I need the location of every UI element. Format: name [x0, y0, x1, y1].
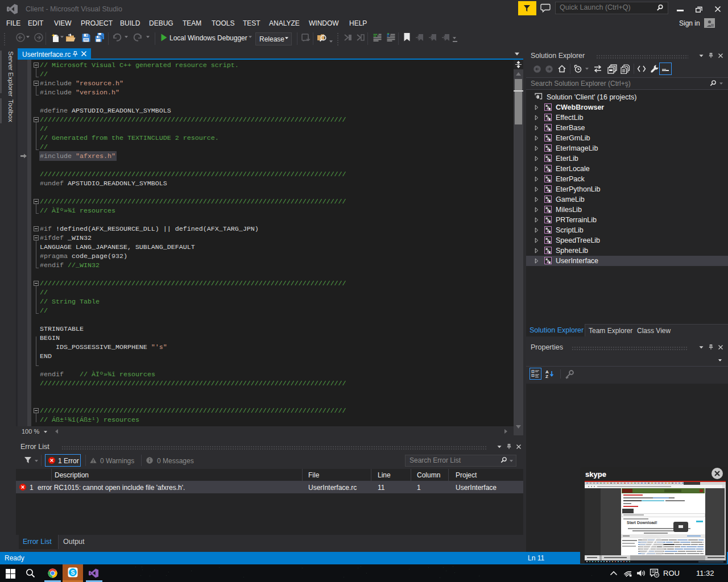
svg-text:S: S	[71, 569, 75, 576]
svg-text:Z: Z	[545, 374, 548, 379]
